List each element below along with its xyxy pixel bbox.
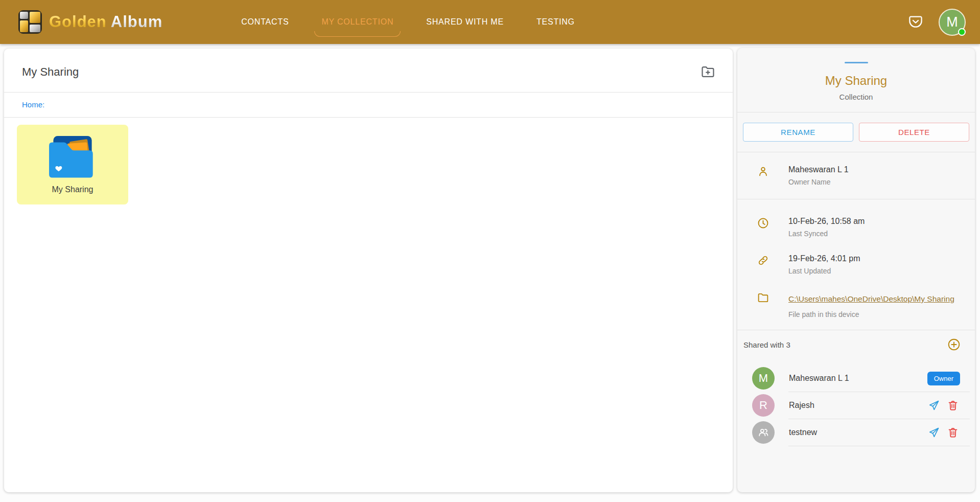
avatar-initial: R	[759, 399, 767, 412]
avatar: R	[752, 394, 775, 417]
tab-label: TESTING	[536, 17, 575, 26]
main-nav: CONTACTS MY COLLECTION SHARED WITH ME TE…	[240, 14, 576, 30]
logo-cell	[20, 20, 28, 32]
remove-member-icon[interactable]	[947, 399, 959, 412]
tab-shared-with-me[interactable]: SHARED WITH ME	[425, 14, 505, 30]
shared-with-header: Shared with 3	[737, 330, 975, 359]
owner-name-value: Maheswaran L 1	[788, 165, 963, 174]
logo-cell	[30, 25, 40, 32]
owner-badge: Owner	[927, 372, 960, 385]
folder-outline-icon	[737, 291, 788, 304]
tab-label: SHARED WITH ME	[426, 17, 504, 26]
last-synced-label: Last Synced	[788, 230, 963, 238]
shared-folder-icon	[45, 135, 100, 183]
create-folder-icon[interactable]	[700, 64, 716, 80]
last-updated-value: 19-Feb-26, 4:01 pm	[788, 254, 963, 263]
panel-handle-dash	[845, 62, 868, 63]
logo-cell	[20, 12, 28, 19]
last-updated-row: 19-Feb-26, 4:01 pm Last Updated	[737, 254, 975, 275]
link-icon	[737, 254, 788, 267]
last-synced-row: 10-Feb-26, 10:58 am Last Synced	[737, 217, 975, 238]
member-name: Maheswaran L 1	[789, 374, 927, 383]
app-header: GoldenAlbum CONTACTS MY COLLECTION SHARE…	[0, 0, 980, 44]
details-subtitle: Collection	[737, 93, 975, 101]
send-invite-icon[interactable]	[928, 426, 940, 439]
logo-cell	[30, 12, 40, 23]
clock-icon	[737, 217, 788, 230]
add-member-icon[interactable]	[947, 337, 961, 352]
app-screen: GoldenAlbum CONTACTS MY COLLECTION SHARE…	[0, 0, 980, 502]
send-invite-icon[interactable]	[928, 399, 940, 412]
pocket-icon[interactable]	[908, 14, 923, 30]
rename-button[interactable]: RENAME	[743, 123, 853, 142]
member-row-rajesh: R Rajesh	[737, 392, 975, 419]
avatar-initial: M	[759, 372, 768, 385]
folder-tile-label: My Sharing	[52, 185, 94, 194]
last-synced-value: 10-Feb-26, 10:58 am	[788, 217, 963, 226]
collection-panel: My Sharing Home: My Sharing	[4, 49, 733, 492]
file-path-link[interactable]: C:\Users\mahes\OneDrive\Desktop\My Shari…	[788, 291, 954, 307]
people-icon	[757, 426, 770, 439]
brand-name-primary: Golden	[49, 13, 107, 31]
last-updated-label: Last Updated	[788, 267, 963, 275]
file-path-label: File path in this device	[788, 310, 963, 318]
owner-info-row: Maheswaran L 1 Owner Name	[737, 152, 975, 186]
group-avatar	[752, 421, 775, 444]
app-logo-icon	[18, 10, 42, 34]
member-row-testnew: testnew	[737, 419, 975, 446]
breadcrumb: Home:	[4, 93, 733, 117]
tab-label: CONTACTS	[241, 17, 289, 26]
members-list: M Maheswaran L 1 Owner R Rajesh	[737, 365, 975, 446]
person-icon	[737, 165, 788, 178]
online-status-dot	[958, 28, 966, 36]
tab-contacts[interactable]: CONTACTS	[240, 14, 290, 30]
folder-tile-my-sharing[interactable]: My Sharing	[17, 125, 128, 204]
member-name: testnew	[789, 428, 928, 437]
divider	[4, 117, 733, 118]
remove-member-icon[interactable]	[947, 426, 959, 439]
details-actions: RENAME DELETE	[737, 123, 975, 142]
divider	[788, 446, 970, 446]
tab-label: MY COLLECTION	[321, 17, 393, 26]
divider	[737, 112, 975, 112]
file-path-row: C:\Users\mahes\OneDrive\Desktop\My Shari…	[737, 291, 975, 318]
details-meta: 10-Feb-26, 10:58 am Last Synced 19-Feb-2…	[737, 199, 975, 318]
tab-testing[interactable]: TESTING	[535, 14, 576, 30]
breadcrumb-home-link[interactable]: Home:	[22, 100, 44, 109]
brand-name-secondary: Album	[111, 13, 162, 31]
collection-details-panel: My Sharing Collection RENAME DELETE Mahe…	[737, 48, 975, 492]
details-title: My Sharing	[737, 74, 975, 88]
header-actions: M	[908, 9, 966, 36]
brand-name: GoldenAlbum	[49, 13, 162, 31]
member-row-owner: M Maheswaran L 1 Owner	[737, 365, 975, 392]
delete-button[interactable]: DELETE	[859, 123, 969, 142]
owner-name-label: Owner Name	[788, 178, 963, 186]
active-tab-underline	[314, 31, 401, 37]
shared-with-count: Shared with 3	[743, 340, 790, 349]
tab-my-collection[interactable]: MY COLLECTION	[320, 14, 394, 30]
member-name: Rajesh	[789, 401, 928, 410]
brand-logo[interactable]: GoldenAlbum	[18, 10, 162, 34]
page-title: My Sharing	[22, 65, 79, 79]
collection-panel-header: My Sharing	[4, 49, 733, 92]
avatar: M	[752, 367, 775, 390]
user-avatar[interactable]: M	[939, 9, 966, 36]
